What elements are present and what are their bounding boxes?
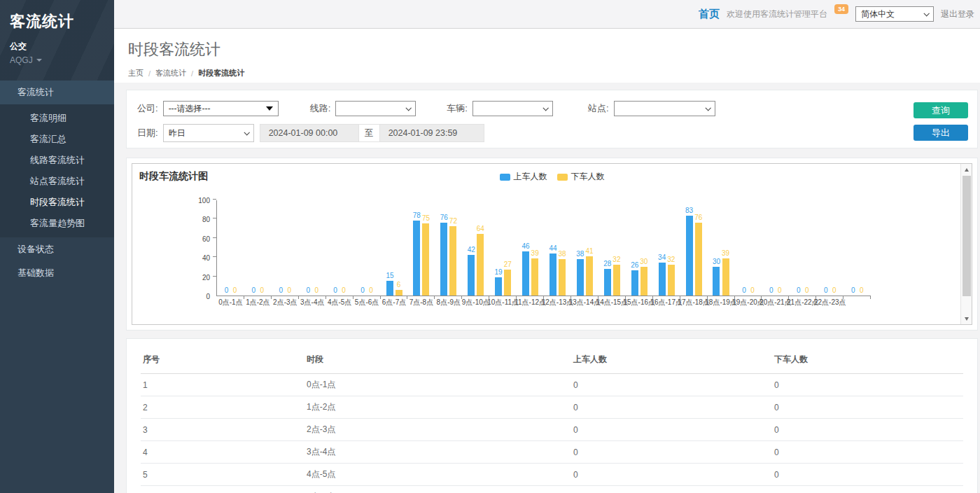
bar-value-label: 75 [422,214,430,223]
bar [550,254,556,296]
bar-value-label: 78 [413,211,421,220]
language-select[interactable]: 简体中文 [855,6,934,22]
sidebar-item[interactable]: 设备状态 [0,237,114,261]
breadcrumb-current: 时段客流统计 [198,68,244,78]
dropdown-arrow-icon [266,106,273,111]
chart-container: 时段车流统计图 上车人数 下车人数 020406080100 00 [132,163,972,325]
account-dropdown[interactable]: AQGJ [10,55,104,65]
chart-bar-group: 004点-5点 [326,200,354,296]
bar-alighting: 0 [286,200,293,296]
table-body: 10点-1点0021点-2点0032点-3点0043点-4点0054点-5点00… [141,374,963,493]
cell-boarding: 0 [571,464,772,486]
station-select[interactable] [614,101,715,116]
date-label: 日期: [137,127,158,139]
cell-boarding: 0 [571,486,772,493]
bar-value-label: 0 [288,286,292,295]
chart-bar-group: 0019点-20点 [735,200,762,296]
logout-link[interactable]: 退出登录 [941,8,974,20]
notification-badge[interactable]: 34 [834,4,848,14]
bar-value-label: 44 [549,244,556,253]
date-to-input[interactable]: 2024-01-09 23:59 [379,124,484,142]
sidebar-subitem[interactable]: 客流明细 [0,108,114,129]
table-header-row: 序号 时段 上车人数 下车人数 [141,347,963,374]
breadcrumb-home[interactable]: 主页 [128,68,144,78]
sidebar-item[interactable]: 基础数据 [0,261,114,285]
sidebar-subitem[interactable]: 线路客流统计 [0,150,114,171]
legend-swatch-boarding [500,174,510,181]
sidebar-subitem[interactable]: 站点客流统计 [0,171,114,192]
vehicle-select[interactable] [472,101,553,116]
sidebar-bottom-items: 设备状态基础数据 [0,237,114,285]
bar-value-label: 38 [559,250,566,258]
x-axis-label: 22点-23点 [814,298,846,307]
chart-scrollbar[interactable] [960,164,972,324]
bar-boarding: 19 [495,200,503,296]
to-label: 至 [359,124,379,142]
bar-value-label: 27 [504,261,512,269]
bar [449,226,456,296]
cell-alighting: 0 [772,441,963,464]
bar-value-label: 0 [252,286,256,295]
chart-bar-group: 384113点-14点 [571,200,598,296]
cell-alighting: 0 [772,464,963,486]
chart-bar-group: 837617点-18点 [680,200,708,296]
bar-value-label: 0 [333,286,337,295]
bar-boarding: 0 [795,200,802,296]
cell-index: 1 [141,374,304,396]
y-axis-tick [213,256,216,257]
main-area: 首页 欢迎使用客流统计管理平台 34 简体中文 退出登录 时段客流统计 主页 /… [114,0,980,493]
home-link[interactable]: 首页 [699,8,720,21]
line-select[interactable] [335,101,416,116]
x-axis-label: 0点-1点 [218,298,242,307]
bar-value-label: 0 [851,286,855,295]
sidebar-subitem[interactable]: 客流量趋势图 [0,213,114,234]
cell-period: 3点-4点 [304,441,571,464]
chart-bar-group: 002点-3点 [272,200,299,296]
bar [713,267,720,296]
legend-item-alighting[interactable]: 下车人数 [557,171,605,183]
bar-alighting: 75 [422,200,430,296]
y-axis-tick-label: 100 [198,197,210,204]
legend-item-boarding[interactable]: 上车人数 [500,171,547,183]
scroll-down-button[interactable] [961,313,972,324]
x-axis-label: 9点-10点 [462,298,490,307]
date-from-input[interactable]: 2024-01-09 00:00 [260,124,359,142]
bar-value-label: 0 [360,286,365,295]
bar-value-label: 26 [631,261,638,270]
bar-value-label: 41 [585,247,593,256]
bar-boarding: 0 [304,200,312,296]
bar-alighting: 0 [340,200,347,296]
bar-boarding: 15 [386,200,393,296]
bar-alighting: 6 [396,200,402,296]
bar [631,270,638,296]
query-button[interactable]: 查询 [913,102,968,118]
sidebar-item-passenger-stats[interactable]: 客流统计 [0,81,114,104]
export-button[interactable]: 导出 [913,125,968,141]
breadcrumb-section[interactable]: 客流统计 [155,68,186,78]
bar-value-label: 0 [314,286,318,295]
chevron-down-icon [923,11,929,16]
bar [659,263,666,296]
bar-value-label: 0 [824,286,828,295]
bar-boarding: 46 [522,200,529,296]
cell-boarding: 0 [571,441,772,464]
scroll-down-icon [965,317,969,321]
sidebar-subitem[interactable]: 客流汇总 [0,129,114,150]
company-select[interactable]: ---请选择--- [163,101,279,116]
date-preset-select[interactable]: 昨日 [163,124,254,142]
bar [695,223,702,296]
bar-boarding: 42 [468,200,475,296]
chart-bar-group: 263015点-16点 [626,200,653,296]
bar-value-label: 30 [713,258,720,266]
y-axis-tick [213,276,216,277]
bar-boarding: 34 [658,200,666,296]
chevron-down-icon [542,105,548,111]
cell-alighting: 0 [772,419,963,441]
bar-value-label: 6 [397,281,401,289]
scroll-up-button[interactable] [961,164,972,175]
scrollbar-thumb[interactable] [962,176,971,296]
sidebar-subitem[interactable]: 时段客流统计 [0,192,114,213]
bar-alighting: 0 [804,200,811,296]
table-row: 10点-1点00 [141,374,963,396]
bar [386,281,393,296]
